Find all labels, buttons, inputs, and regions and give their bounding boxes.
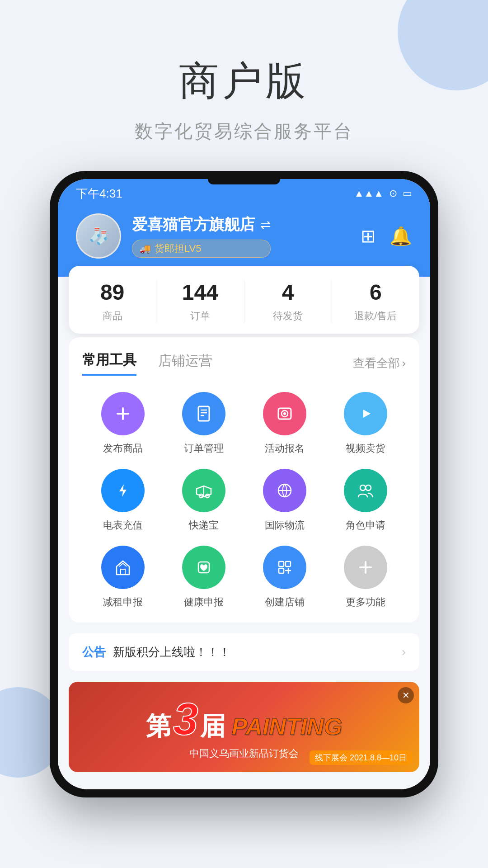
tool-video-sell[interactable]: 视频卖货 [325, 392, 406, 455]
svg-rect-21 [279, 568, 284, 573]
tool-electric-recharge[interactable]: 电表充值 [82, 469, 163, 532]
svg-point-8 [283, 412, 286, 415]
notice-tag: 公告 [82, 644, 106, 660]
stat-pending[interactable]: 4 待发货 [244, 279, 332, 323]
scan-icon[interactable]: ⊞ [361, 226, 376, 246]
banner-painting: PAINTING [232, 713, 343, 740]
tools-grid: 发布商品 订单管理 活动报名 [82, 392, 406, 609]
tools-section: 常用工具 店铺运营 查看全部 › 发布商品 [69, 337, 419, 623]
banner-number: 3 [173, 693, 198, 745]
avatar[interactable]: 🧦 [76, 213, 121, 259]
profile-info: 爱喜猫官方旗舰店 ⇌ 🚚 货郎担LV5 [132, 214, 271, 258]
banner[interactable]: 第 3 届 PAINTING 中国义乌画业新品订货会 ✕ 线下展会 2021.8… [69, 682, 419, 772]
svg-point-16 [366, 485, 371, 491]
tool-express-icon [182, 469, 225, 512]
tool-rent-reduce-icon [101, 546, 145, 589]
tool-order-manage-icon [182, 392, 225, 435]
tools-tabs: 常用工具 店铺运营 查看全部 › [82, 351, 406, 376]
tool-activity-signup-label: 活动报名 [265, 442, 305, 455]
stat-refund[interactable]: 6 退款/售后 [332, 279, 419, 323]
banner-date-badge: 线下展会 2021.8.8—10日 [310, 750, 412, 765]
tool-more-functions[interactable]: 更多功能 [325, 546, 406, 609]
page-subtitle: 数字化贸易综合服务平台 [0, 119, 488, 144]
tool-activity-signup[interactable]: 活动报名 [244, 392, 325, 455]
tool-video-sell-icon [344, 392, 387, 435]
tool-rent-reduce[interactable]: 减租申报 [82, 546, 163, 609]
stat-pending-number: 4 [244, 279, 332, 306]
stat-pending-label: 待发货 [244, 309, 332, 323]
svg-marker-10 [119, 484, 127, 497]
svg-rect-2 [198, 406, 209, 421]
battery-icon: ▭ [403, 188, 412, 199]
header-section: 商户版 数字化贸易综合服务平台 [0, 0, 488, 171]
tool-video-sell-label: 视频卖货 [346, 442, 385, 455]
banner-close-button[interactable]: ✕ [398, 687, 414, 703]
stat-products[interactable]: 89 商品 [69, 279, 156, 323]
banner-jie: 届 [200, 709, 225, 744]
tool-role-apply[interactable]: 角色申请 [325, 469, 406, 532]
switch-store-icon[interactable]: ⇌ [260, 217, 271, 232]
wifi-icon: ⊙ [389, 188, 397, 199]
tool-electric-recharge-icon [101, 469, 145, 512]
tool-order-manage[interactable]: 订单管理 [163, 392, 244, 455]
tab-common-tools[interactable]: 常用工具 [82, 351, 136, 376]
phone-wrapper: 下午4:31 ▲▲▲ ⊙ ▭ 🧦 爱喜猫官方旗舰店 [0, 171, 488, 797]
tab-store-ops[interactable]: 店铺运营 [158, 352, 212, 375]
tool-role-apply-label: 角色申请 [346, 519, 385, 532]
phone-screen: 下午4:31 ▲▲▲ ⊙ ▭ 🧦 爱喜猫官方旗舰店 [58, 179, 430, 789]
tool-publish-product[interactable]: 发布商品 [82, 392, 163, 455]
tool-activity-signup-icon [263, 392, 306, 435]
store-name-row: 爱喜猫官方旗舰店 ⇌ [132, 214, 271, 235]
avatar-image: 🧦 [77, 215, 120, 257]
view-all-label: 查看全部 [353, 355, 400, 371]
profile-right: ⊞ 🔔 [361, 226, 412, 247]
tool-publish-product-icon [101, 392, 145, 435]
page-title: 商户版 [0, 54, 488, 108]
svg-marker-9 [363, 410, 371, 418]
phone-frame: 下午4:31 ▲▲▲ ⊙ ▭ 🧦 爱喜猫官方旗舰店 [50, 171, 438, 797]
tool-more-functions-label: 更多功能 [346, 595, 385, 609]
status-time: 下午4:31 [76, 186, 122, 202]
stats-card: 89 商品 144 订单 4 待发货 6 退款/售后 [69, 266, 419, 334]
tool-intl-logistics-icon [263, 469, 306, 512]
banner-title-row: 第 3 届 PAINTING [146, 693, 342, 745]
tool-rent-reduce-label: 减租申报 [103, 595, 143, 609]
view-all-button[interactable]: 查看全部 › [353, 355, 406, 371]
status-icons: ▲▲▲ ⊙ ▭ [354, 188, 412, 199]
tool-electric-recharge-label: 电表充值 [103, 519, 143, 532]
tool-create-store[interactable]: 创建店铺 [244, 546, 325, 609]
level-badge: 🚚 货郎担LV5 [132, 240, 271, 258]
banner-di: 第 [146, 709, 171, 744]
tool-create-store-label: 创建店铺 [265, 595, 305, 609]
phone-notch [208, 179, 280, 184]
store-name: 爱喜猫官方旗舰店 [132, 214, 255, 235]
tool-health-report-label: 健康申报 [184, 595, 224, 609]
signal-icon: ▲▲▲ [354, 188, 384, 199]
tool-health-report-icon [182, 546, 225, 589]
stat-refund-number: 6 [332, 279, 419, 306]
stat-orders[interactable]: 144 订单 [156, 279, 244, 323]
tool-intl-logistics[interactable]: 国际物流 [244, 469, 325, 532]
profile-row: 🧦 爱喜猫官方旗舰店 ⇌ 🚚 货郎担LV5 [76, 213, 412, 259]
tool-express-label: 快递宝 [189, 519, 219, 532]
svg-rect-19 [279, 561, 284, 566]
stat-orders-label: 订单 [156, 309, 244, 323]
tool-publish-product-label: 发布商品 [103, 442, 143, 455]
notification-icon[interactable]: 🔔 [389, 226, 412, 247]
tool-intl-logistics-label: 国际物流 [265, 519, 305, 532]
tool-health-report[interactable]: 健康申报 [163, 546, 244, 609]
notice-bar[interactable]: 公告 新版积分上线啦！！！ › [69, 633, 419, 671]
tool-role-apply-icon [344, 469, 387, 512]
tool-order-manage-label: 订单管理 [184, 442, 224, 455]
svg-point-15 [360, 485, 366, 491]
profile-left: 🧦 爱喜猫官方旗舰店 ⇌ 🚚 货郎担LV5 [76, 213, 271, 259]
tool-express[interactable]: 快递宝 [163, 469, 244, 532]
chevron-right-icon: › [402, 356, 406, 370]
tool-more-functions-icon [344, 546, 387, 589]
svg-rect-17 [121, 569, 125, 575]
svg-rect-20 [286, 561, 291, 566]
stat-products-label: 商品 [69, 309, 156, 323]
stat-refund-label: 退款/售后 [332, 309, 419, 323]
tool-create-store-icon [263, 546, 306, 589]
stat-orders-number: 144 [156, 279, 244, 306]
